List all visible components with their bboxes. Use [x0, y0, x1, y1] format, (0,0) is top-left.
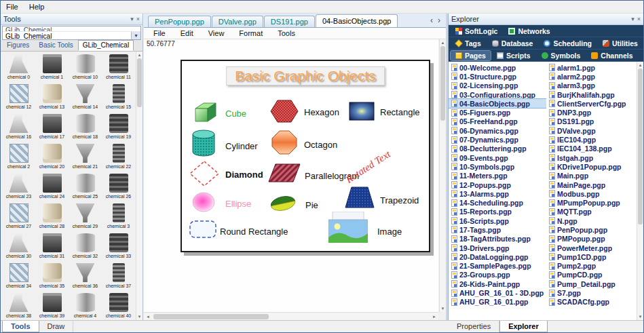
panel-close-icon[interactable]: × [136, 16, 140, 22]
hexagon-shape[interactable] [270, 99, 299, 126]
explorer-file-item[interactable]: 07-Dynamics.pgp [449, 135, 546, 144]
explorer-file-item[interactable]: S7.pgp [546, 288, 637, 297]
chemical-item[interactable]: chemical 17 [35, 113, 69, 142]
chemical-item[interactable]: chemical 1 [35, 53, 69, 83]
explorer-tab-scripts[interactable]: Scripts [492, 51, 535, 60]
doc-menu-edit[interactable]: Edit [181, 29, 193, 37]
doc-tab-penpopup-pgp[interactable]: PenPopup.pgp [148, 16, 211, 27]
chemical-item[interactable]: chemical 19 [102, 113, 135, 142]
explorer-scrollbar[interactable]: ▲ ▼ [637, 62, 643, 320]
explorer-file-item[interactable]: Main.pgp [546, 172, 637, 180]
explorer-file-item[interactable]: 26-Kids-Paint.pgp [449, 279, 546, 288]
chemical-item[interactable]: chemical 31 [35, 232, 69, 262]
explorer-file-item[interactable]: 23-Groups.pgp [449, 271, 546, 279]
chemical-item[interactable]: chemical 36 [69, 262, 102, 292]
explorer-file-item[interactable]: 19-Drivers.pgp [449, 243, 546, 252]
chemical-item[interactable]: chemical 14 [69, 83, 102, 113]
chemical-item[interactable]: chemical 35 [35, 262, 69, 292]
explorer-file-item[interactable]: KDrive1Popup.pgp [546, 162, 637, 171]
explorer-file-item[interactable]: BurjKhalifah.pgp [546, 90, 637, 99]
chemical-item[interactable]: chemical 39 [35, 292, 69, 320]
explorer-tab-utilities[interactable]: Utilities [598, 39, 643, 48]
explorer-file-item[interactable]: 04-BasicObjects.pgp [449, 99, 546, 108]
ellipse-shape[interactable] [191, 191, 216, 216]
canvas-frame[interactable]: Basic Graphic Objects Cube [181, 60, 430, 252]
canvas-vertical-scrollbar[interactable]: ▲ ▼ [439, 39, 446, 312]
explorer-file-item[interactable]: alarm1.pgp [546, 63, 637, 72]
explorer-file-item[interactable]: DS191.pgp [546, 117, 637, 126]
chemical-item[interactable]: chemical 12 [2, 83, 35, 113]
explorer-file-item[interactable]: AHU_GR_16_01.pgp [449, 298, 546, 307]
explorer-tab-networks[interactable]: Networks [504, 26, 554, 36]
library-combobox-list-item[interactable]: GLib_Chemical [3, 26, 140, 32]
explorer-file-item[interactable]: IEC104.pgp [546, 135, 637, 144]
chemical-item[interactable]: chemical 34 [2, 262, 35, 292]
scroll-down-icon[interactable]: ▼ [136, 313, 143, 320]
scroll-down-icon[interactable]: ▼ [637, 313, 643, 320]
explorer-file-item[interactable]: IEC104_138.pgp [546, 144, 637, 153]
cube-shape[interactable] [191, 100, 219, 126]
explorer-file-item[interactable]: alarm2.pgp [546, 72, 637, 81]
chemical-item[interactable]: chemical 30 [2, 232, 35, 262]
explorer-scrollbar-thumb[interactable] [638, 68, 643, 224]
cylinder-shape[interactable] [191, 129, 216, 160]
explorer-tab-symbols[interactable]: Symbols [537, 51, 586, 60]
explorer-file-item[interactable]: MPumpPopup.pgp [546, 198, 637, 207]
menubar-item-help[interactable]: Help [24, 3, 50, 11]
panel-menu-chevron-down-icon[interactable]: ▾ [631, 16, 634, 22]
doc-menu-format[interactable]: Format [239, 29, 263, 37]
explorer-file-item[interactable]: PumpCD.pgp [546, 271, 637, 279]
parallelogram-shape[interactable] [267, 163, 301, 186]
pie-shape[interactable] [269, 194, 297, 216]
explorer-file-item[interactable]: Pump_Detail.pgp [546, 279, 637, 288]
canvas-vscroll-thumb[interactable] [440, 46, 445, 121]
scroll-down-icon[interactable]: ▼ [440, 305, 446, 312]
chemical-item[interactable]: chemical 25 [69, 172, 102, 202]
explorer-file-item[interactable]: 09-Events.pgp [449, 153, 546, 162]
rectangle-shape[interactable] [349, 102, 375, 123]
chemical-item[interactable]: chemical 40 [102, 292, 135, 320]
explorer-file-item[interactable]: Modbus.pgp [546, 189, 637, 198]
panel-close-icon[interactable]: × [637, 16, 641, 22]
chemical-item[interactable]: chemical 33 [102, 232, 135, 262]
explorer-file-item[interactable]: 21-SamplePages.pgp [449, 262, 546, 271]
chemical-item[interactable]: chemical 3 [102, 202, 135, 232]
explorer-file-item[interactable]: 15-Reports.pgp [449, 208, 546, 216]
explorer-file-item[interactable]: 17-Tags.pgp [449, 225, 546, 234]
explorer-file-item[interactable]: 10-Symbols.pgp [449, 162, 546, 171]
explorer-file-item[interactable]: 18-TagAttributes.pgp [449, 235, 546, 243]
explorer-file-item[interactable]: DValve.pgp [546, 126, 637, 135]
explorer-file-item[interactable]: MQTT.pgp [546, 208, 637, 216]
panel-menu-chevron-down-icon[interactable]: ▾ [130, 16, 134, 22]
bottom-tab-tools[interactable]: Tools [2, 321, 39, 332]
explorer-file-item[interactable]: 02-Licensing.pgp [449, 81, 546, 90]
chemical-item[interactable]: chemical 13 [35, 83, 69, 113]
explorer-tab-softlogic[interactable]: SoftLogic [451, 26, 502, 36]
explorer-file-item[interactable]: 01-Structure.pgp [449, 72, 546, 81]
explorer-file-item[interactable]: PMPopup.pgp [546, 235, 637, 243]
chemical-item[interactable]: chemical 23 [2, 172, 35, 202]
canvas-horizontal-scrollbar[interactable]: ◄ ► [144, 312, 438, 320]
chemical-item[interactable]: chemical 28 [35, 202, 69, 232]
tools-scrollbar-thumb[interactable] [137, 58, 142, 107]
combobox-dropdown-arrow-icon[interactable]: ▾ [131, 32, 140, 40]
explorer-file-item[interactable]: 06-Dynamics.pgp [449, 126, 546, 135]
doc-tab-dvalve-pgp[interactable]: DValve.pgp [212, 16, 263, 27]
chemical-item[interactable]: chemical 4 [69, 292, 102, 320]
tools-tab-glib-chemical[interactable]: GLib_Chemical [78, 40, 134, 51]
chemical-item[interactable]: chemical 21 [69, 142, 102, 172]
tools-tab-figures[interactable]: Figures [2, 40, 34, 51]
explorer-file-item[interactable]: ClientServerCfg.pgp [546, 99, 637, 108]
bottom-tab-draw[interactable]: Draw [39, 321, 74, 332]
chemical-item[interactable]: chemical 38 [2, 292, 35, 320]
tab-scroll-left-icon[interactable]: ‹ [430, 16, 433, 25]
chemical-item[interactable]: chemical 37 [102, 262, 135, 292]
bottom-tab-properties[interactable]: Properties [449, 321, 499, 332]
explorer-file-item[interactable]: 12-Popups.pgp [449, 180, 546, 189]
explorer-file-item[interactable]: 20-DataLogging.pgp [449, 252, 546, 261]
explorer-file-item[interactable]: 03-Configurations.pgp [449, 90, 546, 99]
diamond-shape[interactable] [189, 160, 220, 190]
explorer-file-item[interactable]: 08-Decluttering.pgp [449, 144, 546, 153]
doc-tab-ds191-pgp[interactable]: DS191.pgp [264, 16, 315, 27]
rotated-text[interactable]: Rotated Text [344, 124, 430, 186]
